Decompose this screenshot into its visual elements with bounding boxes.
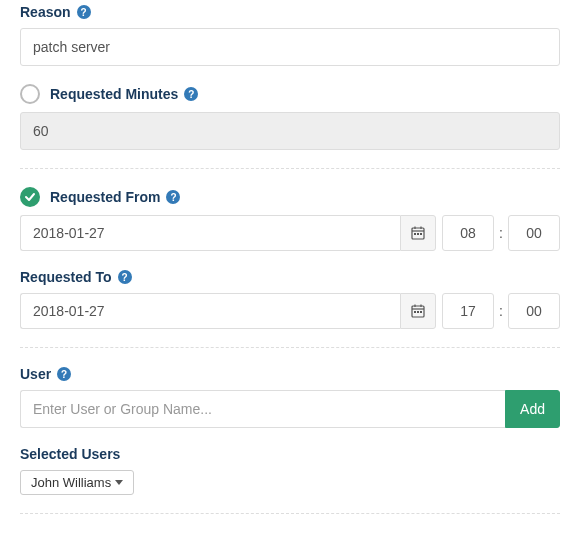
help-icon[interactable]: ? — [166, 190, 180, 204]
selected-users-label-row: Selected Users — [20, 446, 560, 462]
selected-users-section: Selected Users John Williams — [20, 446, 560, 495]
to-hour-input[interactable] — [442, 293, 494, 329]
selected-users-list: John Williams — [20, 470, 560, 495]
divider — [20, 513, 560, 514]
help-icon[interactable]: ? — [77, 5, 91, 19]
to-label-row: Requested To ? — [20, 269, 560, 285]
to-minute-input[interactable] — [508, 293, 560, 329]
reason-section: Reason ? — [20, 4, 560, 66]
svg-rect-6 — [420, 233, 422, 235]
from-label-row: Requested From ? — [20, 187, 560, 207]
from-label: Requested From — [50, 189, 160, 205]
from-hour-input[interactable] — [442, 215, 494, 251]
reason-label-row: Reason ? — [20, 4, 560, 20]
minutes-section: Requested Minutes ? — [20, 84, 560, 150]
selected-user-pill[interactable]: John Williams — [20, 470, 134, 495]
radio-unchecked-icon[interactable] — [20, 84, 40, 104]
selected-user-name: John Williams — [31, 475, 111, 490]
from-minute-input[interactable] — [508, 215, 560, 251]
user-input-row: Add — [20, 390, 560, 428]
svg-rect-12 — [417, 311, 419, 313]
svg-rect-13 — [420, 311, 422, 313]
reason-input[interactable] — [20, 28, 560, 66]
user-label-row: User ? — [20, 366, 560, 382]
svg-rect-11 — [414, 311, 416, 313]
selected-users-label: Selected Users — [20, 446, 120, 462]
help-icon[interactable]: ? — [118, 270, 132, 284]
help-icon[interactable]: ? — [57, 367, 71, 381]
check-circle-icon[interactable] — [20, 187, 40, 207]
calendar-icon[interactable] — [400, 293, 436, 329]
user-label: User — [20, 366, 51, 382]
to-date-input[interactable] — [20, 293, 400, 329]
divider — [20, 347, 560, 348]
from-datetime-row: : — [20, 215, 560, 251]
from-date-input[interactable] — [20, 215, 400, 251]
user-input[interactable] — [20, 390, 505, 428]
chevron-down-icon — [115, 480, 123, 485]
divider — [20, 168, 560, 169]
time-separator: : — [494, 225, 508, 241]
calendar-icon[interactable] — [400, 215, 436, 251]
reason-label: Reason — [20, 4, 71, 20]
add-user-button[interactable]: Add — [505, 390, 560, 428]
user-section: User ? Add — [20, 366, 560, 428]
from-section: Requested From ? : — [20, 187, 560, 251]
to-label: Requested To — [20, 269, 112, 285]
minutes-input — [20, 112, 560, 150]
svg-rect-4 — [414, 233, 416, 235]
to-datetime-row: : — [20, 293, 560, 329]
to-section: Requested To ? : — [20, 269, 560, 329]
svg-rect-5 — [417, 233, 419, 235]
time-separator: : — [494, 303, 508, 319]
minutes-label-row: Requested Minutes ? — [20, 84, 560, 104]
help-icon[interactable]: ? — [184, 87, 198, 101]
minutes-label: Requested Minutes — [50, 86, 178, 102]
